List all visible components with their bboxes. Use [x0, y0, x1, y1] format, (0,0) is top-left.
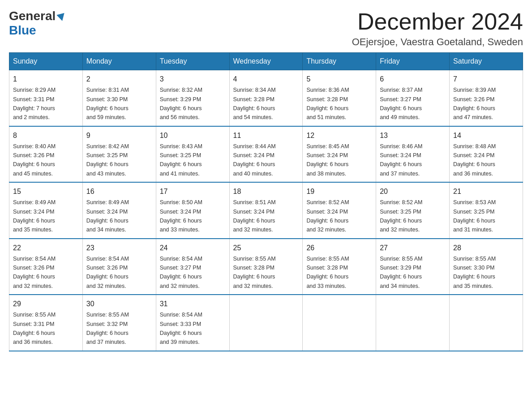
calendar-cell: 17 Sunrise: 8:50 AMSunset: 3:24 PMDaylig… [156, 182, 229, 239]
calendar-cell: 13 Sunrise: 8:46 AMSunset: 3:24 PMDaylig… [376, 126, 450, 183]
calendar-cell [303, 295, 376, 351]
day-number: 22 [13, 243, 79, 253]
day-info: Sunrise: 8:54 AMSunset: 3:26 PMDaylight:… [86, 256, 129, 289]
calendar-cell: 24 Sunrise: 8:54 AMSunset: 3:27 PMDaylig… [156, 239, 229, 295]
day-info: Sunrise: 8:46 AMSunset: 3:24 PMDaylight:… [380, 143, 422, 177]
calendar-week-row: 15 Sunrise: 8:49 AMSunset: 3:24 PMDaylig… [9, 182, 523, 239]
calendar-cell: 21 Sunrise: 8:53 AMSunset: 3:25 PMDaylig… [450, 182, 523, 239]
day-info: Sunrise: 8:55 AMSunset: 3:31 PMDaylight:… [13, 312, 56, 345]
day-number: 6 [380, 74, 446, 85]
day-info: Sunrise: 8:54 AMSunset: 3:33 PMDaylight:… [160, 312, 202, 345]
day-info: Sunrise: 8:45 AMSunset: 3:24 PMDaylight:… [306, 143, 349, 177]
calendar-week-row: 29 Sunrise: 8:55 AMSunset: 3:31 PMDaylig… [9, 295, 523, 351]
calendar-cell: 23 Sunrise: 8:54 AMSunset: 3:26 PMDaylig… [82, 239, 156, 295]
logo-general-text: General [9, 9, 56, 23]
day-number: 8 [13, 130, 79, 141]
header-friday: Friday [376, 53, 450, 70]
calendar-cell: 16 Sunrise: 8:49 AMSunset: 3:24 PMDaylig… [82, 182, 156, 239]
header-saturday: Saturday [450, 53, 523, 70]
header-monday: Monday [82, 53, 156, 70]
day-number: 25 [233, 243, 299, 253]
calendar-cell: 26 Sunrise: 8:55 AMSunset: 3:28 PMDaylig… [303, 239, 376, 295]
logo-blue-text: Blue [9, 23, 36, 38]
header-wednesday: Wednesday [229, 53, 303, 70]
day-number: 4 [233, 74, 299, 85]
calendar-week-row: 1 Sunrise: 8:29 AMSunset: 3:31 PMDayligh… [9, 70, 523, 126]
calendar-week-row: 22 Sunrise: 8:54 AMSunset: 3:26 PMDaylig… [9, 239, 523, 295]
day-number: 20 [380, 186, 446, 197]
calendar-cell: 27 Sunrise: 8:55 AMSunset: 3:29 PMDaylig… [376, 239, 450, 295]
calendar-table: Sunday Monday Tuesday Wednesday Thursday… [9, 52, 523, 351]
calendar-cell [229, 295, 303, 351]
day-number: 10 [160, 130, 226, 141]
calendar-cell: 20 Sunrise: 8:52 AMSunset: 3:25 PMDaylig… [376, 182, 450, 239]
day-info: Sunrise: 8:55 AMSunset: 3:28 PMDaylight:… [306, 256, 349, 289]
calendar-cell: 7 Sunrise: 8:39 AMSunset: 3:26 PMDayligh… [450, 70, 523, 126]
day-number: 13 [380, 130, 446, 141]
day-info: Sunrise: 8:55 AMSunset: 3:32 PMDaylight:… [86, 312, 129, 345]
location: OEjersjoe, Vaestra Goetaland, Sweden [352, 36, 523, 48]
calendar-cell: 15 Sunrise: 8:49 AMSunset: 3:24 PMDaylig… [9, 182, 83, 239]
day-number: 15 [13, 186, 79, 197]
day-number: 28 [453, 243, 519, 253]
day-number: 19 [306, 186, 372, 197]
page-header: General Blue December 2024 OEjersjoe, Va… [9, 9, 523, 48]
day-info: Sunrise: 8:50 AMSunset: 3:24 PMDaylight:… [160, 199, 202, 233]
calendar-body: 1 Sunrise: 8:29 AMSunset: 3:31 PMDayligh… [9, 70, 523, 351]
calendar-cell: 18 Sunrise: 8:51 AMSunset: 3:24 PMDaylig… [229, 182, 303, 239]
day-info: Sunrise: 8:52 AMSunset: 3:25 PMDaylight:… [380, 199, 422, 233]
day-info: Sunrise: 8:49 AMSunset: 3:24 PMDaylight:… [86, 199, 129, 233]
day-number: 12 [306, 130, 372, 141]
day-info: Sunrise: 8:39 AMSunset: 3:26 PMDaylight:… [453, 87, 496, 120]
calendar-cell: 30 Sunrise: 8:55 AMSunset: 3:32 PMDaylig… [82, 295, 156, 351]
calendar-week-row: 8 Sunrise: 8:40 AMSunset: 3:26 PMDayligh… [9, 126, 523, 183]
calendar-cell: 1 Sunrise: 8:29 AMSunset: 3:31 PMDayligh… [9, 70, 83, 126]
day-info: Sunrise: 8:31 AMSunset: 3:30 PMDaylight:… [86, 87, 129, 120]
calendar-cell: 19 Sunrise: 8:52 AMSunset: 3:24 PMDaylig… [303, 182, 376, 239]
day-info: Sunrise: 8:49 AMSunset: 3:24 PMDaylight:… [13, 199, 56, 233]
day-info: Sunrise: 8:34 AMSunset: 3:28 PMDaylight:… [233, 87, 276, 120]
day-number: 21 [453, 186, 519, 197]
day-number: 24 [160, 243, 226, 253]
calendar-cell: 6 Sunrise: 8:37 AMSunset: 3:27 PMDayligh… [376, 70, 450, 126]
calendar-cell: 10 Sunrise: 8:43 AMSunset: 3:25 PMDaylig… [156, 126, 229, 183]
calendar-cell: 25 Sunrise: 8:55 AMSunset: 3:28 PMDaylig… [229, 239, 303, 295]
day-number: 23 [86, 243, 152, 253]
day-number: 11 [233, 130, 299, 141]
day-info: Sunrise: 8:51 AMSunset: 3:24 PMDaylight:… [233, 199, 276, 233]
day-info: Sunrise: 8:53 AMSunset: 3:25 PMDaylight:… [453, 199, 496, 233]
day-number: 7 [453, 74, 519, 85]
calendar-cell: 4 Sunrise: 8:34 AMSunset: 3:28 PMDayligh… [229, 70, 303, 126]
day-number: 1 [13, 74, 79, 85]
day-info: Sunrise: 8:55 AMSunset: 3:30 PMDaylight:… [453, 256, 496, 289]
calendar-header: Sunday Monday Tuesday Wednesday Thursday… [9, 53, 523, 70]
month-title: December 2024 [352, 9, 523, 34]
day-info: Sunrise: 8:37 AMSunset: 3:27 PMDaylight:… [380, 87, 422, 120]
day-info: Sunrise: 8:54 AMSunset: 3:26 PMDaylight:… [13, 256, 56, 289]
day-info: Sunrise: 8:42 AMSunset: 3:25 PMDaylight:… [86, 143, 129, 177]
day-number: 3 [160, 74, 226, 85]
day-number: 9 [86, 130, 152, 141]
day-number: 27 [380, 243, 446, 253]
calendar-cell: 28 Sunrise: 8:55 AMSunset: 3:30 PMDaylig… [450, 239, 523, 295]
calendar-cell [450, 295, 523, 351]
day-number: 18 [233, 186, 299, 197]
calendar-cell [376, 295, 450, 351]
calendar-cell: 31 Sunrise: 8:54 AMSunset: 3:33 PMDaylig… [156, 295, 229, 351]
header-tuesday: Tuesday [156, 53, 229, 70]
calendar-cell: 12 Sunrise: 8:45 AMSunset: 3:24 PMDaylig… [303, 126, 376, 183]
day-number: 5 [306, 74, 372, 85]
day-info: Sunrise: 8:55 AMSunset: 3:29 PMDaylight:… [380, 256, 422, 289]
calendar-cell: 22 Sunrise: 8:54 AMSunset: 3:26 PMDaylig… [9, 239, 83, 295]
day-info: Sunrise: 8:36 AMSunset: 3:28 PMDaylight:… [306, 87, 349, 120]
day-number: 31 [160, 299, 226, 309]
calendar-cell: 29 Sunrise: 8:55 AMSunset: 3:31 PMDaylig… [9, 295, 83, 351]
header-sunday: Sunday [9, 53, 83, 70]
calendar-cell: 3 Sunrise: 8:32 AMSunset: 3:29 PMDayligh… [156, 70, 229, 126]
day-info: Sunrise: 8:44 AMSunset: 3:24 PMDaylight:… [233, 143, 276, 177]
header-thursday: Thursday [303, 53, 376, 70]
day-number: 17 [160, 186, 226, 197]
day-info: Sunrise: 8:52 AMSunset: 3:24 PMDaylight:… [306, 199, 349, 233]
day-number: 14 [453, 130, 519, 141]
day-info: Sunrise: 8:32 AMSunset: 3:29 PMDaylight:… [160, 87, 202, 120]
